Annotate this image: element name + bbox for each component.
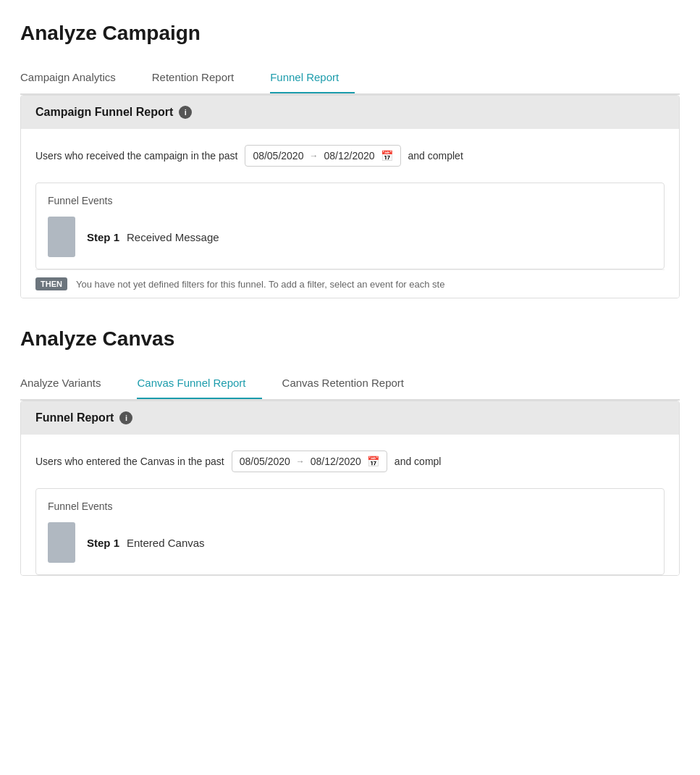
canvas-date-label: Users who entered the Canvas in the past <box>35 456 224 467</box>
canvas-funnel-header: Funnel Report i <box>21 401 679 435</box>
campaign-funnel-body: Users who received the campaign in the p… <box>21 129 679 298</box>
tab-retention-report[interactable]: Retention Report <box>152 61 250 93</box>
campaign-then-badge: THEN <box>35 277 67 290</box>
campaign-step-1-bar <box>48 217 75 257</box>
canvas-step-1-info: Step 1 Entered Canvas <box>87 537 205 549</box>
campaign-funnel-header: Campaign Funnel Report i <box>21 96 679 129</box>
campaign-date-end: 08/12/2020 <box>324 150 374 162</box>
canvas-calendar-icon: 📅 <box>367 456 379 467</box>
campaign-step-1-name: Received Message <box>127 231 219 243</box>
canvas-step-1-label: Step 1 <box>87 537 119 549</box>
campaign-date-range-input[interactable]: 08/05/2020 → 08/12/2020 📅 <box>245 145 400 167</box>
canvas-date-end: 08/12/2020 <box>311 456 361 467</box>
canvas-date-arrow: → <box>296 456 305 466</box>
tab-analyze-variants[interactable]: Analyze Variants <box>20 366 117 399</box>
calendar-icon: 📅 <box>381 150 393 162</box>
canvas-funnel-events-box: Funnel Events Step 1 Entered Canvas <box>35 488 665 575</box>
campaign-funnel-events-label: Funnel Events <box>48 195 652 206</box>
canvas-funnel-info-icon[interactable]: i <box>119 411 132 424</box>
canvas-tabs: Analyze Variants Canvas Funnel Report Ca… <box>20 366 680 400</box>
canvas-funnel-body: Users who entered the Canvas in the past… <box>21 435 679 575</box>
canvas-step-1-row: Step 1 Entered Canvas <box>48 522 652 574</box>
canvas-funnel-title: Funnel Report <box>35 411 114 424</box>
campaign-step-1-info: Step 1 Received Message <box>87 231 219 243</box>
campaign-date-row: Users who received the campaign in the p… <box>35 145 665 167</box>
tab-canvas-funnel-report[interactable]: Canvas Funnel Report <box>137 366 261 399</box>
campaign-then-hint: You have not yet defined filters for thi… <box>76 279 445 290</box>
canvas-section-title: Analyze Canvas <box>20 327 680 351</box>
canvas-and-complete-text: and compl <box>395 456 442 467</box>
campaign-step-1-label: Step 1 <box>87 231 119 243</box>
canvas-date-row: Users who entered the Canvas in the past… <box>35 451 665 472</box>
campaign-section-title: Analyze Campaign <box>20 22 680 45</box>
canvas-funnel-events-label: Funnel Events <box>48 500 652 512</box>
campaign-then-row: THEN You have not yet defined filters fo… <box>35 269 665 298</box>
campaign-date-start: 08/05/2020 <box>253 150 303 162</box>
canvas-step-1-name: Entered Canvas <box>127 537 205 549</box>
canvas-date-range-input[interactable]: 08/05/2020 → 08/12/2020 📅 <box>232 451 387 472</box>
campaign-funnel-card: Campaign Funnel Report i Users who recei… <box>20 95 680 298</box>
campaign-tabs: Campaign Analytics Retention Report Funn… <box>20 61 680 94</box>
canvas-section: Analyze Canvas Analyze Variants Canvas F… <box>20 327 680 576</box>
tab-campaign-analytics[interactable]: Campaign Analytics <box>20 61 132 93</box>
campaign-date-label: Users who received the campaign in the p… <box>35 150 237 162</box>
tab-canvas-retention-report[interactable]: Canvas Retention Report <box>282 366 420 399</box>
campaign-step-1-row: Step 1 Received Message <box>48 217 652 269</box>
campaign-funnel-events-box: Funnel Events Step 1 Received Message <box>35 183 665 269</box>
campaign-tabs-container: Campaign Analytics Retention Report Funn… <box>20 61 680 95</box>
campaign-funnel-info-icon[interactable]: i <box>179 106 192 119</box>
canvas-funnel-card: Funnel Report i Users who entered the Ca… <box>20 401 680 576</box>
tab-funnel-report[interactable]: Funnel Report <box>270 61 355 93</box>
canvas-step-1-bar <box>48 522 75 563</box>
canvas-date-start: 08/05/2020 <box>240 456 290 467</box>
canvas-tabs-container: Analyze Variants Canvas Funnel Report Ca… <box>20 366 680 401</box>
campaign-and-complete-text: and complet <box>408 150 463 162</box>
campaign-funnel-title: Campaign Funnel Report <box>35 106 173 119</box>
campaign-date-arrow: → <box>309 151 318 161</box>
